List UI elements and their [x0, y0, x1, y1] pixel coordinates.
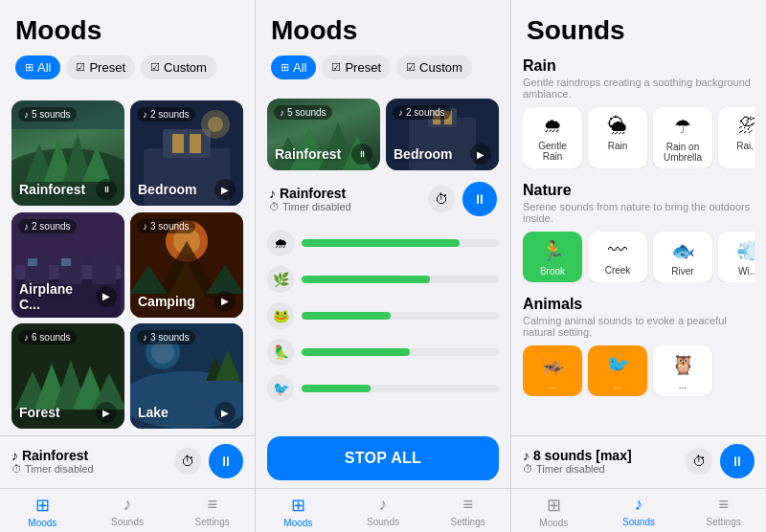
panel2-nav-moods[interactable]: ⊞ Moods — [256, 489, 341, 532]
panel2-bottom-nav: ⊞ Moods ♪ Sounds ≡ Settings — [256, 488, 510, 532]
panel2-timer-btn[interactable]: ⏱ — [428, 186, 455, 212]
rainforest-badge: ♪ 5 sounds — [18, 107, 77, 122]
owl-icon: 🦉 — [671, 353, 695, 376]
music-note-icon: ♪ — [24, 221, 29, 232]
timer-icon-small: ⏱ — [523, 463, 533, 475]
bedroom-play-btn[interactable]: ▶ — [214, 179, 236, 200]
mood-card-rainforest[interactable]: ♪ 5 sounds Rainforest ⏸ — [11, 100, 124, 206]
panel2-filter-all[interactable]: ⊞ All — [271, 55, 316, 79]
mood-card-camping[interactable]: ♪ 3 sounds Camping ▶ — [130, 212, 243, 318]
sound-slider-2[interactable] — [302, 312, 499, 320]
panel3-nav-moods[interactable]: ⊞ Moods — [511, 489, 597, 532]
panel2-nav-settings[interactable]: ≡ Settings — [425, 489, 510, 532]
camping-play-btn[interactable]: ▶ — [214, 291, 236, 312]
sound-slider-0[interactable] — [302, 239, 499, 247]
wind-label: Wi... — [738, 266, 755, 277]
chip-creek[interactable]: 〰 Creek — [588, 232, 647, 282]
panel2-pause-btn[interactable]: ⏸ — [462, 182, 497, 216]
chip-rain-umbrella[interactable]: ☂ Rain on Umbrella — [653, 107, 712, 168]
mood-grid: ♪ 5 sounds Rainforest ⏸ — [0, 95, 255, 435]
now-playing-title: ♪ Rainforest — [11, 448, 94, 463]
mood-card-bedroom[interactable]: ♪ 2 sounds Bedroom ▶ — [130, 100, 243, 206]
rain4-label: Rai... — [736, 141, 755, 151]
now-playing-info: ♪ Rainforest ⏱ Timer disabled — [11, 448, 94, 475]
nav-moods[interactable]: ⊞ Moods — [0, 489, 85, 532]
chip-anim1[interactable]: 🦗 ... — [523, 345, 582, 396]
forest2-play-btn[interactable]: ▶ — [96, 402, 117, 423]
chip-river[interactable]: 🐟 River — [653, 232, 712, 282]
anim3-label: ... — [679, 380, 687, 390]
mood-card-lake[interactable]: ♪ 3 sounds Lake ▶ — [130, 323, 243, 429]
panel1-filter-custom[interactable]: ☑ Custom — [141, 55, 216, 79]
panel1-filter-all[interactable]: ⊞ All — [15, 55, 60, 79]
lake-title: Lake — [138, 405, 169, 420]
panel3-sounds-count: ♪ 8 sounds [max] — [523, 448, 632, 463]
airplane-play-btn[interactable]: ▶ — [96, 286, 117, 307]
sound-icon-0: 🌧 — [267, 230, 294, 256]
panel2-filter-preset[interactable]: ☑ Preset — [322, 55, 391, 79]
chip-gentle-rain[interactable]: 🌧 Gentle Rain — [523, 107, 582, 168]
panel2-filter-custom[interactable]: ☑ Custom — [396, 55, 472, 79]
grid-icon: ⊞ — [25, 61, 34, 74]
music-note-icon: ♪ — [24, 109, 29, 120]
anim1-label: ... — [549, 380, 556, 390]
panel1-filter-preset[interactable]: ☑ Preset — [66, 55, 135, 79]
music-note-icon: ♪ — [11, 448, 22, 463]
sound-slider-1[interactable] — [302, 276, 499, 283]
bird-icon: 🐦 — [606, 353, 630, 376]
sounds-nav-icon: ♪ — [635, 495, 643, 515]
sound-slider-3[interactable] — [302, 348, 499, 356]
sounds-nav-icon: ♪ — [124, 495, 132, 515]
settings-nav-icon: ≡ — [462, 495, 473, 515]
chip-rain4[interactable]: ⛈ Rai... — [718, 107, 755, 168]
panel3-timer-btn[interactable]: ⏱ — [686, 448, 712, 475]
animals-category-desc: Calming animal sounds to evoke a peacefu… — [523, 315, 755, 338]
sound-icon-4: 🐦 — [267, 375, 294, 402]
mood-card-airplane[interactable]: ♪ 2 sounds Airplane C... ▶ — [11, 212, 124, 318]
panel-moods-middle: Moods ⊞ All ☑ Preset ☑ Custom — [256, 0, 511, 532]
panel3-title: Sounds — [527, 15, 751, 46]
panel1-bottom-nav: ⊞ Moods ♪ Sounds ≡ Settings — [0, 488, 255, 532]
rainforest-pause-btn[interactable]: ⏸ — [96, 179, 117, 200]
camping-title: Camping — [138, 294, 195, 309]
bedroom-badge: ♪ 2 sounds — [137, 107, 195, 122]
chip-rain[interactable]: 🌦 Rain — [588, 107, 647, 168]
panel-sounds-right: Sounds Rain Gentle raindrops creating a … — [511, 0, 766, 532]
preset-icon: ☑ — [76, 61, 85, 74]
panel1-filters: ⊞ All ☑ Preset ☑ Custom — [15, 55, 239, 79]
chip-brook[interactable]: 🏃 Brook — [523, 232, 582, 282]
wind-icon: 💨 — [736, 239, 755, 262]
panel2-bedroom-card[interactable]: ♪2 sounds Bedroom ▶ — [386, 99, 499, 170]
panel3-pause-btn[interactable]: ⏸ — [720, 444, 755, 478]
chip-anim2[interactable]: 🐦 ... — [588, 345, 647, 396]
panel2-nav-sounds[interactable]: ♪ Sounds — [341, 489, 426, 532]
panel3-now-playing-info: ♪ 8 sounds [max] ⏱ Timer disabled — [523, 448, 632, 475]
preset-icon: ☑ — [331, 61, 341, 74]
category-animals: Animals Calming animal sounds to evoke a… — [523, 296, 755, 396]
panel2-timer-status: ⏱ Timer disabled — [269, 201, 351, 212]
sounds-content: Rain Gentle raindrops creating a soothin… — [511, 57, 766, 435]
stop-all-button[interactable]: STOP ALL — [267, 436, 499, 480]
panel3-now-playing: ♪ 8 sounds [max] ⏱ Timer disabled ⏱ ⏸ — [523, 444, 755, 478]
settings-nav-icon: ≡ — [207, 495, 217, 515]
rain-icon: 🌦 — [608, 115, 627, 137]
sound-slider-4[interactable] — [302, 385, 499, 392]
chip-wind[interactable]: 💨 Wi... — [718, 232, 755, 282]
panel3-nav-settings[interactable]: ≡ Settings — [681, 489, 766, 532]
gentle-rain-label: Gentle Rain — [529, 141, 576, 162]
nav-sounds[interactable]: ♪ Sounds — [85, 489, 170, 532]
panel2-bedroom-play[interactable]: ▶ — [470, 144, 491, 165]
panel2-rainforest-card[interactable]: ♪5 sounds Rainforest ⏸ — [267, 99, 380, 170]
lake-play-btn[interactable]: ▶ — [214, 402, 236, 423]
pause-button-main[interactable]: ⏸ — [209, 444, 243, 478]
nav-settings[interactable]: ≡ Settings — [169, 489, 255, 532]
timer-button[interactable]: ⏱ — [174, 448, 201, 475]
moods-nav-icon: ⊞ — [547, 495, 561, 516]
panel2-rainforest-title: Rainforest — [275, 146, 341, 162]
sound-icon-1: 🌿 — [267, 266, 294, 293]
panel2-rainforest-pause[interactable]: ⏸ — [351, 144, 372, 165]
chip-anim3[interactable]: 🦉 ... — [653, 345, 712, 396]
mood-card-forest2[interactable]: ♪ 6 sounds Forest ▶ — [11, 323, 124, 429]
panel3-nav-sounds[interactable]: ♪ Sounds — [597, 489, 682, 532]
category-rain: Rain Gentle raindrops creating a soothin… — [523, 57, 755, 168]
